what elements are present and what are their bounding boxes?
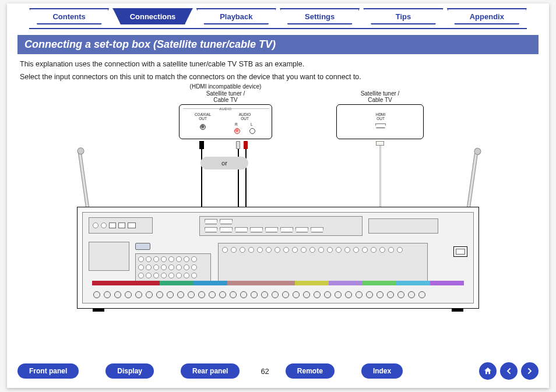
binding-post-icon — [397, 291, 404, 298]
or-label: or — [221, 160, 227, 167]
prev-page-button[interactable] — [500, 362, 518, 380]
rca-jack-icon — [191, 256, 197, 262]
rca-jack-icon — [327, 247, 333, 253]
binding-post-icon — [167, 291, 174, 298]
speaker-color-strip — [92, 281, 464, 285]
connection-diagram: (HDMI incompatible device) Satellite tun… — [71, 84, 485, 317]
hdmi-slot-icon — [205, 227, 217, 232]
rca-jack-icon — [257, 247, 263, 253]
rca-jack-icon — [336, 247, 342, 253]
foot-right-icon — [452, 308, 463, 312]
hdmi-port-icon — [375, 123, 386, 128]
tab-connections[interactable]: Connections — [112, 8, 192, 24]
digital-jack-icon — [93, 223, 98, 228]
tab-tips[interactable]: Tips — [363, 8, 443, 24]
rca-jack-icon — [184, 273, 189, 278]
rca-jack-icon — [138, 264, 144, 270]
page-number: 62 — [261, 367, 269, 376]
rca-jack-icon — [146, 264, 152, 270]
home-button[interactable] — [479, 362, 497, 380]
binding-post-icon — [408, 291, 415, 298]
remote-button[interactable]: Remote — [286, 363, 335, 379]
right-device-title-1: Satellite tuner / — [336, 90, 424, 97]
binding-post-icon — [188, 291, 195, 298]
rca-jack-icon — [283, 247, 289, 253]
binding-post-icon — [303, 291, 310, 298]
tuner-bank — [89, 242, 129, 271]
rca-jack-icon — [371, 247, 376, 253]
rca-jack-icon — [176, 264, 182, 270]
rca-jack-icon — [191, 264, 197, 270]
tab-contents[interactable]: Contents — [29, 8, 109, 24]
rca-jack-icon — [138, 256, 144, 262]
coax-plug-top-icon — [199, 141, 204, 149]
coaxial-port-icon — [200, 124, 206, 130]
rca-jack-icon — [344, 247, 350, 253]
binding-post-icon — [125, 291, 132, 298]
rca-jack-icon — [161, 273, 167, 278]
binding-post-icon — [177, 291, 184, 298]
rca-jack-icon — [240, 247, 245, 253]
binding-post-icon — [198, 291, 205, 298]
rca-jack-icon — [275, 247, 280, 253]
rca-jack-icon — [146, 256, 152, 262]
binding-post-icon — [209, 291, 216, 298]
binding-post-icon — [335, 291, 342, 298]
rca-red-plug-top-icon — [244, 141, 248, 149]
rca-jack-icon — [353, 247, 359, 253]
rca-jack-icon — [292, 247, 298, 253]
audio-out-2: OUT — [233, 117, 256, 121]
optical-jack-icon — [118, 223, 125, 228]
front-panel-button[interactable]: Front panel — [17, 363, 79, 379]
binding-post-icon — [219, 291, 226, 298]
or-pill: or — [200, 157, 248, 169]
rear-panel-button[interactable]: Rear panel — [181, 363, 240, 379]
binding-post-icon — [146, 291, 153, 298]
rs232-port-icon — [135, 243, 150, 250]
rca-r-port-icon — [234, 128, 240, 134]
rca-jack-icon — [161, 264, 167, 270]
left-device-title-2: Cable TV — [182, 97, 269, 104]
binding-post-icon — [240, 291, 247, 298]
display-button[interactable]: Display — [105, 363, 154, 379]
binding-post-icon — [230, 291, 237, 298]
hdmi-slot-icon — [220, 219, 233, 224]
rca-jack-icon — [318, 247, 324, 253]
binding-post-icon — [104, 291, 111, 298]
digital-bank — [89, 217, 153, 234]
hdmi-slot-icon — [295, 227, 308, 232]
rca-jack-icon — [266, 247, 272, 253]
hdmi-slot-icon — [220, 227, 233, 232]
rca-jack-icon — [161, 256, 167, 262]
rca-jack-icon — [138, 273, 144, 278]
binding-post-icon — [251, 291, 258, 298]
analog-in-bank — [135, 253, 211, 281]
nav-icon-group — [479, 362, 539, 380]
rca-jack-icon — [191, 273, 197, 278]
rca-l-label: L — [251, 123, 253, 127]
tab-appendix[interactable]: Appendix — [447, 8, 527, 24]
hdmi-slot-icon — [205, 219, 217, 224]
digital-jack-icon — [101, 223, 107, 228]
hdmi-slot-icon — [265, 227, 278, 232]
rca-jack-icon — [168, 273, 174, 278]
hdmi-bank — [199, 216, 363, 236]
tab-playback[interactable]: Playback — [196, 8, 276, 24]
rca-jack-icon — [153, 256, 159, 262]
hdmi-slot-icon — [280, 227, 293, 232]
next-page-button[interactable] — [521, 362, 539, 380]
rca-r-label: R — [235, 123, 238, 127]
tab-settings[interactable]: Settings — [280, 8, 360, 24]
binding-post-icon — [93, 291, 100, 298]
binding-post-icon — [356, 291, 363, 298]
index-button[interactable]: Index — [361, 363, 403, 379]
rca-jack-icon — [379, 247, 385, 253]
binding-post-icon — [324, 291, 331, 298]
lan-jack-icon — [128, 223, 136, 228]
binding-post-icon — [418, 291, 425, 298]
rca-l-port-icon — [249, 128, 255, 134]
rca-jack-icon — [168, 256, 174, 262]
rca-jack-icon — [176, 273, 182, 278]
rca-jack-icon — [397, 247, 403, 253]
right-device-box: HDMI OUT — [336, 104, 424, 139]
